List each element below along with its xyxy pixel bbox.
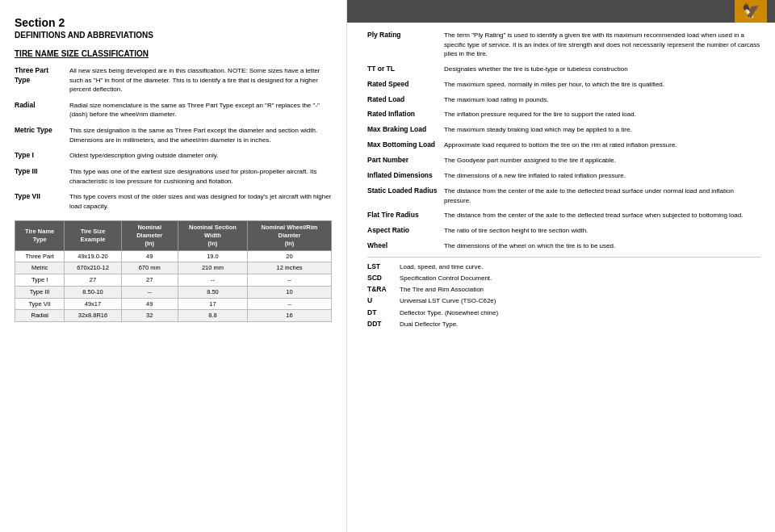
def-term: Radial [15,101,69,111]
abbrev-desc: Dual Deflector Type. [400,320,458,329]
table-row: Radial32x8.8R16328.816 [15,310,332,322]
right-term: Aspect Ratio [367,226,444,236]
right-term: Flat Tire Radius [367,211,444,220]
table-cell: -- [121,286,178,298]
abbrev-desc: Specification Control Document. [400,274,492,283]
def-term: Type III [15,167,69,177]
table-cell: Three Part [15,250,65,262]
table-cell: 12 inches [248,262,332,274]
right-def-block: Max Braking LoadThe maximum steady braki… [367,125,760,135]
right-desc: The maximum steady braking load which ma… [444,125,760,135]
table-cell: Type I [15,274,65,287]
def-desc: This type was one of the earliest size d… [69,167,332,186]
right-desc: The maximum speed, normally in miles per… [444,80,760,90]
abbrev-block: SCDSpecification Control Document. [367,274,760,283]
abbrev-term: DDT [367,320,400,328]
right-term: Rated Inflation [367,110,444,119]
abbrev-block: DDTDual Deflector Type. [367,320,760,329]
right-term: Max Braking Load [367,125,444,135]
table-cell: 32 [121,310,178,322]
right-desc: The dimensions of a new tire inflated to… [444,171,760,181]
table-cell: -- [178,274,247,287]
right-def-block: Inflated DimensionsThe dimensions of a n… [367,171,760,181]
def-desc: Oldest type/description giving outside d… [69,151,332,161]
table-cell: 670 mm [121,262,178,274]
tire-table: Tire Name TypeTire Size ExampleNominal D… [15,220,332,322]
def-desc: This type covers most of the older sizes… [69,192,332,211]
right-term: Part Number [367,156,444,165]
table-cell: 8.8 [178,310,247,322]
left-def-block: Type IIIThis type was one of the earlies… [15,167,332,186]
table-cell: -- [248,274,332,287]
right-def-block: Rated SpeedThe maximum speed, normally i… [367,80,760,90]
table-cell: 8.50-10 [65,286,121,298]
table-cell: 670x210-12 [65,262,121,274]
abbrev-term: DT [367,308,400,316]
abbrev-term: U [367,296,400,304]
right-term: Ply Rating [367,31,444,40]
right-desc: The distance from the center of the axle… [444,211,760,220]
right-term: Wheel [367,241,444,251]
section-title: Section 2 [15,16,332,29]
abbrev-desc: Load, speed, and time curve. [400,262,483,271]
right-def-block: Rated InflationThe inflation pressure re… [367,110,760,119]
left-def-block: Type IOldest type/description giving out… [15,151,332,161]
right-desc: The Goodyear part number assigned to the… [444,156,760,165]
table-row: Three Part49x19.0-204919.020 [15,250,332,262]
table-cell: Type VII [15,298,65,310]
right-panel: Ply RatingThe term "Ply Rating" is used … [347,0,775,532]
right-def-block: Rated LoadThe maximum load rating in pou… [367,95,760,105]
table-cell: Radial [15,310,65,322]
table-cell: 27 [65,274,121,287]
right-def-block: WheelThe dimensions of the wheel on whic… [367,241,760,251]
table-header: Tire Size Example [65,221,121,250]
right-desc: The dimensions of the wheel on which the… [444,241,760,251]
table-cell: 8.50 [178,286,247,298]
table-cell: 20 [248,250,332,262]
abbrev-block: DTDeflector Type. (Nosewheel chine) [367,308,760,317]
table-cell: 27 [121,274,178,287]
def-term: Type I [15,151,69,161]
table-cell: 49 [121,298,178,310]
abbrev-desc: The Tire and Rim Association [400,285,484,294]
right-def-block: Flat Tire RadiusThe distance from the ce… [367,211,760,220]
table-row: Type III8.50-10--8.5010 [15,286,332,298]
abbrev-term: T&RA [367,285,400,293]
table-cell: Type III [15,286,65,298]
table-cell: 19.0 [178,250,247,262]
table-header: Nominal Wheel/Rim Diamter(In) [248,221,332,250]
abbrev-block: UUniversal LST Curve (TSO-C62e) [367,296,760,305]
right-desc: Designates whether the tire is tube-type… [444,65,760,74]
abbrev-desc: Deflector Type. (Nosewheel chine) [400,308,498,317]
classification-title: TIRE NAME SIZE CLASSIFICATION [15,49,332,58]
def-desc: This size designation is the same as Thr… [69,126,332,145]
abbrev-block: T&RAThe Tire and Rim Association [367,285,760,294]
right-term: Rated Load [367,95,444,105]
divider [367,257,760,258]
def-term: Type VII [15,192,69,202]
right-term: Inflated Dimensions [367,171,444,181]
section-subtitle: DEFINITIONS AND ABBREVIATIONS [15,31,332,40]
right-def-block: Ply RatingThe term "Ply Rating" is used … [367,31,760,59]
def-desc: Radial size nomenclature is the same as … [69,101,332,119]
table-cell: -- [248,298,332,310]
left-def-block: RadialRadial size nomenclature is the sa… [15,101,332,119]
def-desc: All new sizes being developed are in thi… [69,66,332,94]
abbrev-block: LSTLoad, speed, and time curve. [367,262,760,271]
table-cell: 49x17 [65,298,121,310]
right-desc: The term "Ply Rating" is used to identif… [444,31,760,59]
table-cell: 210 mm [178,262,247,274]
table-row: Type I2727---- [15,274,332,287]
left-def-block: Metric TypeThis size designation is the … [15,126,332,145]
table-header: Nominal Diameter(In) [121,221,178,250]
right-def-block: Static Loaded RadiusThe distance from th… [367,186,760,205]
table-cell: 17 [178,298,247,310]
logo-icon: 🦅 [735,0,767,23]
right-desc: The inflation pressure required for the … [444,110,760,119]
right-term: Rated Speed [367,80,444,90]
table-cell: Metric [15,262,65,274]
top-bar: 🦅 [347,0,775,23]
right-term: Static Loaded Radius [367,186,444,196]
right-def-block: Max Bottoming LoadApproximate load requi… [367,140,760,150]
right-desc: The maximum load rating in pounds. [444,95,760,105]
